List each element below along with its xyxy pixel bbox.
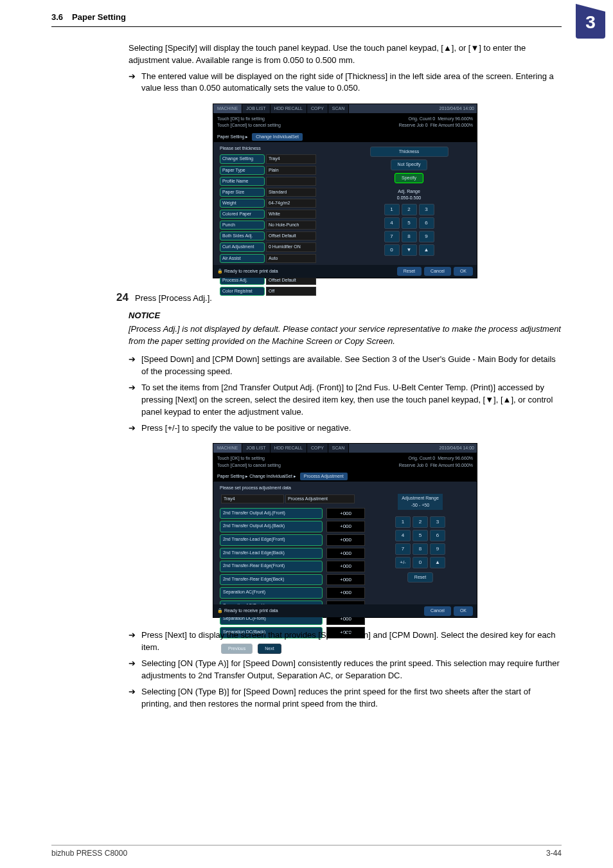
reset-button[interactable]: Reset bbox=[407, 572, 433, 583]
keypad-key[interactable]: ▲ bbox=[430, 557, 445, 568]
breadcrumb-3: Process Adjustment bbox=[300, 473, 348, 480]
tab-joblist[interactable]: JOB LIST bbox=[242, 104, 270, 113]
keypad-key[interactable]: 4 bbox=[384, 217, 400, 229]
keypad-key[interactable]: 7 bbox=[384, 231, 400, 242]
adj-item[interactable]: 2nd Transfer-Lead Edge(Back) bbox=[220, 548, 323, 559]
keypad-key[interactable]: 1 bbox=[384, 204, 400, 215]
ok-button[interactable]: OK bbox=[454, 606, 473, 615]
adj-value: +000 bbox=[326, 561, 365, 572]
keypad-key[interactable]: 5 bbox=[413, 530, 428, 541]
keypad-key[interactable]: 8 bbox=[402, 231, 417, 242]
adj-value: +000 bbox=[326, 534, 365, 546]
keypad-key[interactable]: 5 bbox=[402, 217, 417, 229]
setting-label[interactable]: Color Registrat bbox=[220, 287, 265, 296]
keypad-key[interactable]: 3 bbox=[430, 516, 445, 528]
setting-label[interactable]: Punch bbox=[220, 221, 265, 230]
setting-label[interactable]: Weight bbox=[220, 199, 265, 208]
clock: 2010/04/04 14:00 bbox=[437, 104, 477, 113]
ok-button[interactable]: OK bbox=[454, 267, 473, 276]
status-text: Ready to receive print data bbox=[224, 608, 278, 613]
breadcrumb-1: Paper Setting bbox=[217, 134, 244, 140]
keypad-key[interactable]: 8 bbox=[413, 543, 428, 555]
keypad-key[interactable]: ▼ bbox=[402, 244, 417, 256]
keypad-key[interactable]: 0 bbox=[384, 244, 400, 256]
file-val: 90.000% bbox=[455, 123, 473, 127]
setting-label[interactable]: Colored Paper bbox=[220, 210, 265, 219]
orig-label: Orig. Count bbox=[409, 456, 432, 460]
res-label: Reserve Job bbox=[398, 463, 423, 467]
tab-machine[interactable]: MACHINE bbox=[213, 444, 242, 453]
adj-item[interactable]: 2nd Transfer-Rear Edge(Back) bbox=[220, 574, 323, 586]
keypad-key[interactable]: 9 bbox=[430, 543, 445, 555]
cancel-button[interactable]: Cancel bbox=[424, 606, 451, 615]
setting-value: No Hole-Punch bbox=[266, 221, 316, 230]
info-line-2: Touch [Cancel] to cancel setting bbox=[217, 462, 281, 469]
post-bullet-2: Selecting [ON (Type A)] for [Speed Down]… bbox=[129, 658, 562, 682]
notice-heading: NOTICE bbox=[129, 310, 562, 322]
tab-hdd[interactable]: HDD RECALL bbox=[271, 104, 307, 113]
file-val: 90.000% bbox=[455, 463, 473, 467]
keypad-key[interactable]: 3 bbox=[419, 204, 434, 215]
screenshot-process-adj: MACHINE JOB LIST HDD RECALL COPY SCAN 20… bbox=[213, 443, 477, 618]
adj-item[interactable]: 2nd Transfer-Rear Edge(Front) bbox=[220, 561, 323, 572]
change-setting-tab[interactable]: Change Setting bbox=[220, 154, 265, 163]
adj-item[interactable]: Separation AC(Front) bbox=[220, 587, 323, 599]
keypad-key[interactable]: 0 bbox=[413, 557, 428, 568]
adj-item[interactable]: 2nd Transfer Output Adj.(Back) bbox=[220, 521, 323, 532]
tab-copy[interactable]: COPY bbox=[307, 444, 328, 453]
keypad-key[interactable]: 6 bbox=[430, 530, 445, 541]
step-bullet-1: [Speed Down] and [CPM Down] settings are… bbox=[129, 354, 562, 378]
adj-range-value: 0.050-0.500 bbox=[397, 195, 421, 201]
adj-value: +000 bbox=[326, 521, 365, 532]
res-val: 0 bbox=[425, 123, 428, 127]
adj-range-label: Adjustment Range bbox=[402, 495, 439, 502]
keypad-key[interactable]: 9 bbox=[419, 231, 434, 242]
setting-label[interactable]: Air Assist bbox=[220, 254, 265, 263]
step-bullet-2: To set the items from [2nd Transfer Outp… bbox=[129, 382, 562, 419]
setting-value: Offset Default bbox=[266, 231, 316, 240]
pa-label: Process Adjustment bbox=[285, 494, 355, 503]
cancel-button[interactable]: Cancel bbox=[424, 267, 451, 276]
mem-val: 96.660% bbox=[455, 456, 473, 460]
adj-item[interactable]: 2nd Transfer Output Adj.(Front) bbox=[220, 508, 323, 520]
keypad-key[interactable]: ▲ bbox=[419, 244, 434, 256]
setting-label[interactable]: Paper Type bbox=[220, 166, 265, 175]
tab-machine[interactable]: MACHINE bbox=[213, 104, 242, 113]
setting-label[interactable]: Paper Size bbox=[220, 188, 265, 197]
setting-value: White bbox=[266, 210, 316, 219]
res-label: Reserve Job bbox=[398, 123, 423, 127]
intro-paragraph: Selecting [Specify] will display the tou… bbox=[129, 42, 562, 67]
keypad-key[interactable]: 2 bbox=[413, 516, 428, 528]
adj-value: +000 bbox=[326, 587, 365, 599]
keypad-key[interactable]: 7 bbox=[395, 543, 411, 555]
setting-value: Standard bbox=[266, 188, 316, 197]
reset-button[interactable]: Reset bbox=[397, 267, 422, 276]
mem-label: Memory bbox=[438, 116, 454, 121]
setting-label[interactable]: Curl Adjustment bbox=[220, 242, 265, 251]
info-line-2: Touch [Cancel] to cancel setting bbox=[217, 122, 281, 129]
keypad-key[interactable]: 6 bbox=[419, 217, 434, 229]
res-val: 0 bbox=[425, 463, 428, 467]
keypad-key[interactable]: 2 bbox=[402, 204, 417, 215]
keypad-key[interactable]: 4 bbox=[395, 530, 411, 541]
specify-button[interactable]: Specify bbox=[395, 173, 423, 183]
setting-label[interactable]: Both Sides Adj. bbox=[220, 231, 265, 240]
orig-val: 0 bbox=[432, 116, 435, 121]
setting-value bbox=[266, 177, 316, 186]
keypad-key[interactable]: +/- bbox=[395, 557, 411, 568]
intro-bullet: The entered value will be displayed on t… bbox=[129, 71, 562, 95]
tray-label: Tray4 bbox=[221, 494, 284, 503]
setting-label[interactable]: Profile Name bbox=[220, 177, 265, 186]
tab-scan[interactable]: SCAN bbox=[328, 444, 349, 453]
not-specify-button[interactable]: Not Specify bbox=[391, 159, 428, 170]
tab-copy[interactable]: COPY bbox=[307, 104, 328, 113]
tab-joblist[interactable]: JOB LIST bbox=[242, 444, 270, 453]
file-label: File Amount bbox=[430, 463, 454, 467]
tab-hdd[interactable]: HDD RECALL bbox=[271, 444, 307, 453]
adj-item[interactable]: 2nd Transfer-Lead Edge(Front) bbox=[220, 534, 323, 546]
keypad-key[interactable]: 1 bbox=[395, 516, 411, 528]
adj-range-label: Adj. Range bbox=[397, 188, 421, 195]
setting-value: Plain bbox=[266, 166, 316, 175]
tab-scan[interactable]: SCAN bbox=[328, 104, 349, 113]
adj-range-value: -50 - +50 bbox=[402, 502, 439, 509]
